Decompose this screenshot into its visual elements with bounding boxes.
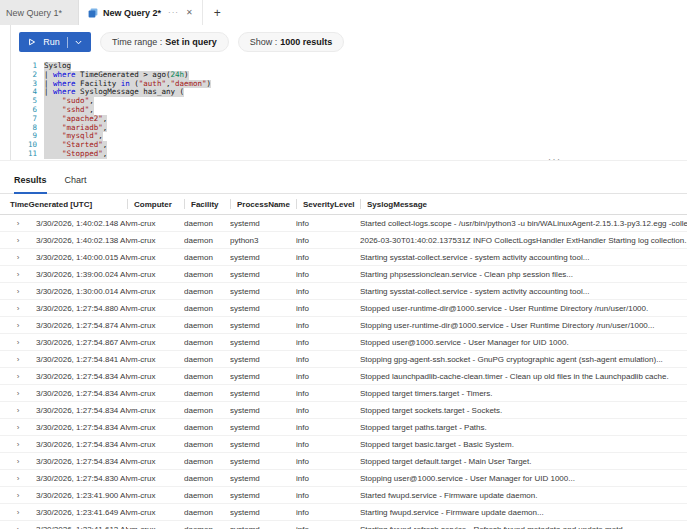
cell-severity: info: [296, 525, 360, 530]
table-row[interactable]: ›3/30/2026, 1:23:41.900 AMvm-cruxdaemons…: [0, 487, 687, 504]
code-line-11[interactable]: 11 "Stopped",: [11, 150, 687, 159]
cell-process: systemd: [230, 219, 296, 228]
table-row[interactable]: ›3/30/2026, 1:27:54.834 AMvm-cruxdaemons…: [0, 402, 687, 419]
code-line-8[interactable]: 8 "mariadb",: [11, 124, 687, 133]
cell-process: systemd: [230, 440, 296, 449]
line-number: 7: [11, 115, 44, 124]
run-button-divider: [67, 37, 68, 48]
row-expand-icon[interactable]: ›: [0, 304, 36, 313]
cell-facility: daemon: [184, 304, 230, 313]
tab-more-icon[interactable]: ···: [168, 8, 179, 17]
column-header-processname[interactable]: ProcessName: [230, 194, 296, 214]
table-row[interactable]: ›3/30/2026, 1:27:54.834 AMvm-cruxdaemons…: [0, 368, 687, 385]
table-row[interactable]: ›3/30/2026, 1:23:41.612 AMvm-cruxdaemons…: [0, 521, 687, 529]
chevron-down-icon[interactable]: [75, 40, 82, 45]
column-header-facility[interactable]: Facility: [184, 194, 230, 214]
table-row[interactable]: ›3/30/2026, 1:27:54.834 AMvm-cruxdaemons…: [0, 385, 687, 402]
table-row[interactable]: ›3/30/2026, 1:27:54.830 AMvm-cruxdaemons…: [0, 470, 687, 487]
show-results-picker[interactable]: Show : 1000 results: [238, 32, 345, 52]
table-row[interactable]: ›3/30/2026, 1:40:02.148 AMvm-cruxdaemons…: [0, 215, 687, 232]
cell-time: 3/30/2026, 1:39:00.024 AM: [36, 270, 127, 279]
run-button[interactable]: Run: [19, 32, 91, 52]
results-tab-results[interactable]: Results: [14, 167, 47, 194]
cell-facility: daemon: [184, 474, 230, 483]
cell-process: systemd: [230, 253, 296, 262]
code-token: [44, 96, 62, 105]
line-number: 5: [11, 97, 44, 106]
cell-computer: vm-crux: [127, 440, 184, 449]
row-expand-icon[interactable]: ›: [0, 321, 36, 330]
table-row[interactable]: ›3/30/2026, 1:27:54.834 AMvm-cruxdaemons…: [0, 453, 687, 470]
cell-message: Starting fwupd.service - Firmware update…: [360, 508, 687, 517]
time-range-picker[interactable]: Time range : Set in query: [100, 32, 229, 52]
results-tab-chart[interactable]: Chart: [65, 167, 87, 194]
row-expand-icon[interactable]: ›: [0, 355, 36, 364]
table-row[interactable]: ›3/30/2026, 1:27:54.867 AMvm-cruxdaemons…: [0, 334, 687, 351]
row-expand-icon[interactable]: ›: [0, 491, 36, 500]
code-token: [44, 140, 62, 149]
row-expand-icon[interactable]: ›: [0, 423, 36, 432]
table-row[interactable]: ›3/30/2026, 1:27:54.880 AMvm-cruxdaemons…: [0, 300, 687, 317]
row-expand-icon[interactable]: ›: [0, 389, 36, 398]
column-header-timegenerated[interactable]: TimeGenerated [UTC]: [0, 194, 127, 214]
row-expand-icon[interactable]: ›: [0, 253, 36, 262]
cell-time: 3/30/2026, 1:40:00.015 AM: [36, 253, 127, 262]
table-row[interactable]: ›3/30/2026, 1:30:00.014 AMvm-cruxdaemons…: [0, 283, 687, 300]
cell-severity: info: [296, 457, 360, 466]
row-expand-icon[interactable]: ›: [0, 440, 36, 449]
code-token: 24h: [170, 70, 184, 79]
code-line-5[interactable]: 5 "sudo",: [11, 97, 687, 106]
results-chart-tabs: ResultsChart: [0, 167, 687, 194]
row-expand-icon[interactable]: ›: [0, 338, 36, 347]
row-expand-icon[interactable]: ›: [0, 457, 36, 466]
tab-new-query-2[interactable]: New Query 2* ··· ✕: [79, 0, 203, 25]
row-expand-icon[interactable]: ›: [0, 372, 36, 381]
table-row[interactable]: ›3/30/2026, 1:40:00.015 AMvm-cruxdaemons…: [0, 249, 687, 266]
cell-process: python3: [230, 236, 296, 245]
code-line-10[interactable]: 10 "Started",: [11, 141, 687, 150]
column-header-syslogmessage[interactable]: SyslogMessage: [360, 194, 687, 214]
cell-process: systemd: [230, 287, 296, 296]
row-expand-icon[interactable]: ›: [0, 270, 36, 279]
table-row[interactable]: ›3/30/2026, 1:27:54.834 AMvm-cruxdaemons…: [0, 436, 687, 453]
row-expand-icon[interactable]: ›: [0, 287, 36, 296]
editor-results-splitter[interactable]: ···: [0, 160, 687, 167]
new-tab-button[interactable]: +: [203, 0, 232, 25]
tab-new-query-1[interactable]: New Query 1*: [0, 0, 79, 25]
column-header-computer[interactable]: Computer: [127, 194, 184, 214]
cell-message: Stopped target sockets.target - Sockets.: [360, 406, 687, 415]
code-line-9[interactable]: 9 "mysqld",: [11, 132, 687, 141]
close-icon[interactable]: ✕: [186, 8, 193, 17]
cell-time: 3/30/2026, 1:27:54.880 AM: [36, 304, 127, 313]
code-token: ,: [89, 96, 94, 105]
row-expand-icon[interactable]: ›: [0, 474, 36, 483]
cell-facility: daemon: [184, 219, 230, 228]
cell-process: systemd: [230, 491, 296, 500]
code-token: TimeGenerated > ago(: [76, 70, 171, 79]
cell-time: 3/30/2026, 1:27:54.834 AM: [36, 457, 127, 466]
table-row[interactable]: ›3/30/2026, 1:27:54.834 AMvm-cruxdaemons…: [0, 419, 687, 436]
row-expand-icon[interactable]: ›: [0, 406, 36, 415]
row-expand-icon[interactable]: ›: [0, 236, 36, 245]
code-line-6[interactable]: 6 "sshd",: [11, 106, 687, 115]
code-line-7[interactable]: 7 "apache2",: [11, 115, 687, 124]
splitter-handle-icon[interactable]: ···: [548, 154, 562, 164]
code-token: "sudo": [62, 96, 89, 105]
table-row[interactable]: ›3/30/2026, 1:27:54.841 AMvm-cruxdaemons…: [0, 351, 687, 368]
row-expand-icon[interactable]: ›: [0, 508, 36, 517]
row-expand-icon[interactable]: ›: [0, 525, 36, 530]
column-header-severitylevel[interactable]: SeverityLevel: [296, 194, 360, 214]
table-row[interactable]: ›3/30/2026, 1:23:41.649 AMvm-cruxdaemons…: [0, 504, 687, 521]
cell-computer: vm-crux: [127, 491, 184, 500]
table-row[interactable]: ›3/30/2026, 1:39:00.024 AMvm-cruxdaemons…: [0, 266, 687, 283]
table-row[interactable]: ›3/30/2026, 1:27:54.874 AMvm-cruxdaemons…: [0, 317, 687, 334]
code-token: SyslogMessage has_any (: [76, 87, 184, 96]
table-row[interactable]: ›3/30/2026, 1:40:02.138 AMvm-cruxdaemonp…: [0, 232, 687, 249]
kql-query-editor[interactable]: 1Syslog2| where TimeGenerated > ago(24h)…: [11, 59, 687, 160]
cell-message: Started fwupd.service - Firmware update …: [360, 491, 687, 500]
cell-severity: info: [296, 287, 360, 296]
row-expand-icon[interactable]: ›: [0, 219, 36, 228]
line-number: 3: [11, 80, 44, 89]
code-line-4[interactable]: 4| where SyslogMessage has_any (: [11, 88, 687, 97]
cell-message: Starting fwupd-refresh.service - Refresh…: [360, 525, 687, 530]
